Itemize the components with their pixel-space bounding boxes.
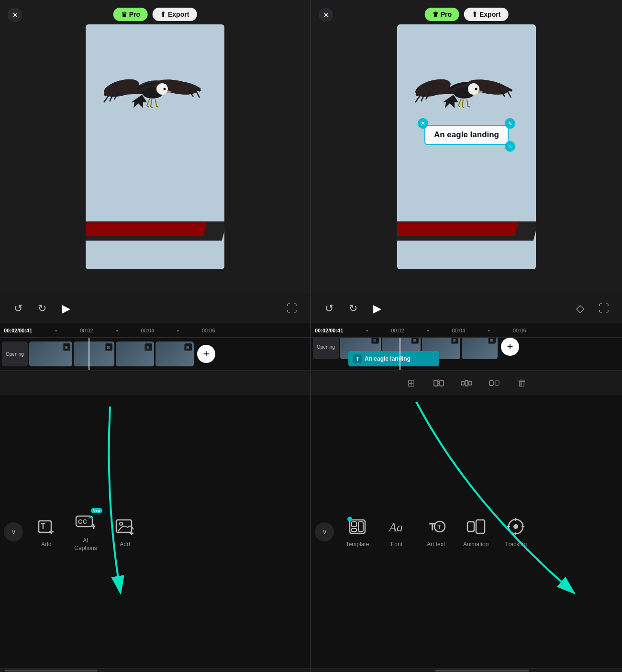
right-clips-row: Opening ⊞ ⊞ ⊞ ⊞ + T An eagle landing (311, 338, 622, 370)
svg-rect-34 (358, 522, 363, 531)
text-overlay-close-handle[interactable]: ✕ (418, 118, 428, 129)
right-time-mark-1: • (366, 328, 368, 333)
text-clip-icon: T (353, 354, 362, 363)
right-scrollbar[interactable] (311, 668, 622, 672)
right-controls-row: ↺ ↻ ▶ ◇ ⛶ (311, 294, 622, 323)
left-collapse-button[interactable]: ∨ (4, 522, 23, 541)
right-panel: ✕ ♛ Pro ⬆ Export (311, 0, 622, 672)
left-time-mark-5: • (177, 328, 179, 333)
left-add-text-button[interactable]: T Add (27, 511, 66, 552)
rclip-settings-icon: ⊞ (371, 338, 379, 344)
text-overlay-content: An eagle landing (434, 130, 499, 139)
left-main-toolbar: ∨ T Add New (0, 395, 310, 668)
add-media-label: Add (120, 541, 130, 549)
left-add-media-button[interactable]: Add (105, 511, 144, 552)
svg-text:T: T (437, 523, 441, 530)
right-bottom-icons-bar: ⊞ 🗑 (311, 370, 622, 395)
right-export-button[interactable]: ⬆ Export (464, 8, 508, 21)
left-time-mark-2: 00:02 (80, 328, 93, 333)
left-time-mark-3: • (116, 328, 118, 333)
left-pro-button[interactable]: ♛ Pro (113, 8, 148, 21)
split-right-button[interactable] (486, 375, 503, 392)
clip-settings-icon: ⊞ (63, 343, 70, 351)
right-time-mark-6: 00:06 (513, 328, 526, 333)
left-export-button[interactable]: ⬆ Export (153, 8, 197, 21)
left-scrollbar[interactable] (0, 668, 310, 672)
add-text-icon: T (34, 515, 58, 539)
text-overlay-edit-handle[interactable]: ✎ (505, 118, 515, 129)
art-text-icon: T T (424, 515, 448, 539)
rclip-settings-icon-4: ⊞ (488, 338, 496, 344)
right-video-area: ✕ ♛ Pro ⬆ Export (311, 0, 622, 294)
svg-point-3 (156, 83, 168, 95)
left-redo-button[interactable]: ↻ (33, 300, 51, 317)
text-clip-label: An eagle landing (365, 355, 411, 362)
svg-point-22 (475, 88, 478, 90)
template-icon (345, 515, 369, 539)
eagle-illustration-right (411, 60, 517, 127)
left-bottom-decoration (86, 214, 224, 241)
split-mid-button[interactable] (458, 375, 475, 392)
right-diamond-button[interactable]: ◇ (571, 300, 589, 317)
split-left-button[interactable] (430, 375, 447, 392)
left-close-button[interactable]: ✕ (8, 8, 22, 22)
right-art-text-button[interactable]: T T Art text (416, 511, 455, 552)
eagle-illustration-left (100, 60, 205, 127)
text-overlay-resize-handle[interactable]: ⤡ (505, 141, 515, 152)
upload-icon: ⬆ (160, 11, 166, 18)
upload-icon-right: ⬆ (472, 11, 478, 18)
svg-text:T: T (41, 522, 45, 530)
right-add-clip-button[interactable]: + (501, 338, 519, 356)
right-font-button[interactable]: Aa Font (377, 511, 416, 552)
right-clip-4[interactable]: ⊞ (462, 338, 498, 359)
right-timeline-ruler: 00:02/00:41 • 00:02 • 00:04 • 00:06 (311, 323, 622, 338)
left-time-mark-1: • (55, 328, 57, 333)
tracking-label: Tracking (505, 541, 527, 549)
copy-icon-button[interactable]: ⊞ (402, 375, 420, 392)
ai-captions-icon: CC AI (74, 511, 98, 535)
right-animation-button[interactable]: Animation (455, 511, 496, 552)
tracking-icon (504, 515, 528, 539)
right-time-mark-2: 00:02 (391, 328, 404, 333)
right-scrollbar-thumb (435, 670, 529, 672)
left-add-clip-button[interactable]: + (197, 345, 215, 363)
font-label: Font (391, 541, 402, 549)
rclip-settings-icon-3: ⊞ (451, 338, 458, 344)
template-label: Template (346, 541, 369, 549)
left-scrollbar-thumb (5, 670, 98, 672)
left-panel: ✕ ♛ Pro ⬆ Export (0, 0, 311, 672)
right-play-button[interactable]: ▶ (368, 300, 386, 317)
left-clip-3[interactable]: ⊞ (116, 342, 154, 366)
right-redo-button[interactable]: ↻ (344, 300, 362, 317)
svg-text:Aa: Aa (388, 520, 403, 534)
right-template-button[interactable]: Template (338, 511, 377, 552)
right-tracking-button[interactable]: Tracking (496, 511, 535, 552)
left-ai-captions-button[interactable]: New CC AI AICaptions (66, 507, 105, 556)
svg-point-14 (120, 522, 122, 525)
right-close-button[interactable]: ✕ (319, 8, 333, 22)
right-time-mark-3: • (427, 328, 429, 333)
right-collapse-button[interactable]: ∨ (315, 522, 334, 541)
text-clip-bar[interactable]: T An eagle landing (348, 351, 439, 366)
delete-clip-button[interactable]: 🗑 (513, 375, 531, 392)
left-track-label: Opening (2, 342, 28, 366)
text-overlay-container[interactable]: ✕ ✎ ⤡ An eagle landing (424, 125, 509, 145)
right-fullscreen-button[interactable]: ⛶ (595, 300, 612, 317)
left-play-button[interactable]: ▶ (57, 300, 75, 317)
svg-text:CC: CC (78, 518, 87, 525)
left-undo-button[interactable]: ↺ (10, 300, 27, 317)
right-undo-button[interactable]: ↺ (321, 300, 338, 317)
text-overlay-box[interactable]: An eagle landing (424, 125, 509, 145)
left-fullscreen-button[interactable]: ⛶ (283, 300, 300, 317)
right-pro-button[interactable]: ♛ Pro (425, 8, 459, 21)
left-video-area: ✕ ♛ Pro ⬆ Export (0, 0, 310, 294)
left-clip-1[interactable]: ⊞ (29, 342, 72, 366)
right-video-frame: ✕ ✎ ⤡ An eagle landing (397, 24, 536, 269)
right-main-toolbar: ∨ Template Aa (311, 395, 622, 668)
left-clips-row: Opening ⊞ ⊞ ⊞ ⊞ + (0, 338, 310, 370)
left-clip-4[interactable]: ⊞ (156, 342, 194, 366)
left-clip-2[interactable]: ⊞ (74, 342, 114, 366)
svg-rect-26 (461, 381, 464, 385)
left-time-mark-4: 00:04 (141, 328, 155, 333)
left-current-time: 00:02/00:41 (4, 328, 32, 333)
